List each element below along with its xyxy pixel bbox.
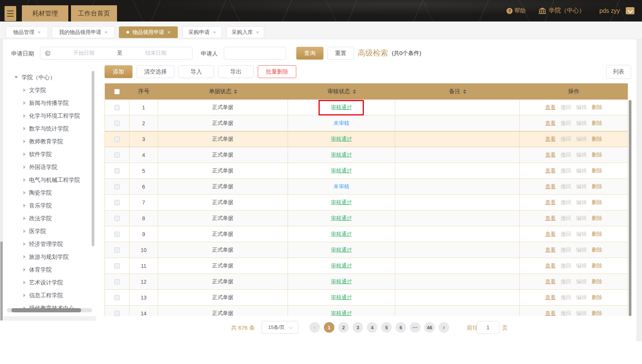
view-action-link[interactable]: 查看 bbox=[545, 120, 556, 127]
session-tab-2[interactable]: 我的物品领用申请× bbox=[52, 26, 115, 38]
audit-status-link[interactable]: 审核通过 bbox=[331, 215, 352, 222]
sort-icon[interactable] bbox=[234, 89, 237, 94]
tree-node[interactable]: 旅游与规划学院 bbox=[7, 250, 69, 263]
row-checkbox[interactable] bbox=[114, 152, 120, 158]
audit-status-link[interactable]: 审核通过 bbox=[331, 199, 352, 206]
audit-status-link[interactable]: 审核通过 bbox=[331, 247, 352, 253]
sort-icon[interactable] bbox=[353, 89, 356, 94]
row-checkbox[interactable] bbox=[114, 184, 120, 189]
delete-action-link[interactable]: 删除 bbox=[592, 294, 602, 301]
page-button-46[interactable]: 46 bbox=[424, 322, 435, 333]
column-header-remark[interactable]: 备注 bbox=[395, 83, 520, 100]
page-button-5[interactable]: 5 bbox=[381, 322, 392, 333]
delete-action-link[interactable]: 删除 bbox=[592, 183, 602, 190]
tree-node[interactable]: 数学与统计学院 bbox=[7, 122, 69, 135]
tree-node[interactable]: 经济管理学院 bbox=[7, 238, 63, 250]
delete-action-link[interactable]: 删除 bbox=[592, 310, 602, 316]
column-header-doc-status[interactable]: 单据状态 bbox=[158, 83, 288, 100]
audit-status-link[interactable]: 审核通过 bbox=[331, 278, 352, 285]
tree-node[interactable]: 医学院 bbox=[7, 225, 46, 238]
delete-action-link[interactable]: 删除 bbox=[592, 215, 602, 222]
tree-vertical-scrollbar[interactable] bbox=[92, 71, 94, 246]
sort-icon[interactable] bbox=[463, 89, 466, 94]
audit-status-link[interactable]: 未审核 bbox=[334, 183, 349, 190]
audit-status-link[interactable]: 审核通过 bbox=[331, 263, 352, 269]
audit-status-link[interactable]: 审核通过 bbox=[331, 104, 352, 111]
delete-action-link[interactable]: 删除 bbox=[592, 104, 602, 111]
prev-page-button[interactable]: ‹ bbox=[309, 322, 320, 333]
row-checkbox[interactable] bbox=[114, 137, 120, 142]
page-button-2[interactable]: 2 bbox=[338, 322, 349, 333]
session-tab-3[interactable]: 物品领用申请× bbox=[119, 26, 178, 38]
row-checkbox[interactable] bbox=[114, 232, 120, 237]
tree-node[interactable]: 电气与机械工程学院 bbox=[7, 174, 80, 186]
tree-node[interactable]: 化学与环境工程学院 bbox=[7, 109, 80, 122]
tree-node[interactable]: 文学院 bbox=[7, 84, 46, 97]
row-checkbox[interactable] bbox=[114, 311, 120, 316]
page-size-select[interactable]: 15条/页 bbox=[262, 321, 298, 334]
audit-status-link[interactable]: 审核通过 bbox=[331, 136, 352, 143]
tree-node[interactable]: 体育学院 bbox=[7, 263, 52, 276]
export-button[interactable]: 导出 bbox=[218, 65, 254, 78]
row-checkbox[interactable] bbox=[114, 247, 120, 253]
row-checkbox[interactable] bbox=[114, 279, 120, 284]
view-action-link[interactable]: 查看 bbox=[545, 231, 556, 238]
delete-action-link[interactable]: 删除 bbox=[592, 167, 602, 174]
view-action-link[interactable]: 查看 bbox=[545, 215, 556, 222]
page-button-1[interactable]: 1 bbox=[324, 322, 334, 333]
delete-action-link[interactable]: 删除 bbox=[592, 136, 602, 143]
close-icon[interactable]: × bbox=[38, 29, 41, 35]
view-action-link[interactable]: 查看 bbox=[545, 294, 556, 301]
view-action-link[interactable]: 查看 bbox=[545, 152, 556, 158]
session-tab-4[interactable]: 采购申请× bbox=[182, 26, 222, 38]
tree-node[interactable]: 教师教育学院 bbox=[7, 135, 63, 148]
view-action-link[interactable]: 查看 bbox=[545, 104, 556, 111]
column-header-audit-status[interactable]: 审核状态 bbox=[288, 83, 396, 100]
table-vertical-scrollbar[interactable] bbox=[629, 100, 631, 316]
tree-horizontal-scrollbar[interactable] bbox=[11, 308, 81, 312]
row-checkbox[interactable] bbox=[114, 121, 120, 126]
more-pages-button[interactable]: ••• bbox=[410, 322, 420, 333]
audit-status-link[interactable]: 未审核 bbox=[334, 120, 349, 127]
tree-node[interactable]: 音乐学院 bbox=[7, 199, 52, 212]
org-switcher[interactable]: 学院（中心） bbox=[539, 0, 585, 22]
goto-page-input[interactable] bbox=[477, 321, 499, 334]
session-tab-5[interactable]: 采购入库× bbox=[226, 26, 264, 38]
import-button[interactable]: 导入 bbox=[179, 65, 214, 78]
applicant-input[interactable] bbox=[224, 47, 286, 60]
view-action-link[interactable]: 查看 bbox=[545, 199, 556, 206]
tree-node[interactable]: 信息工程学院 bbox=[7, 289, 63, 302]
tree-node[interactable]: 新闻与传播学院 bbox=[7, 97, 69, 109]
row-checkbox[interactable] bbox=[114, 263, 120, 269]
clear-selection-button[interactable]: 清空选择 bbox=[137, 65, 174, 78]
help-button[interactable]: ? 帮助 bbox=[507, 0, 526, 22]
view-action-link[interactable]: 查看 bbox=[545, 136, 556, 143]
delete-action-link[interactable]: 删除 bbox=[592, 231, 602, 238]
row-checkbox[interactable] bbox=[114, 216, 120, 221]
add-button[interactable]: 添加 bbox=[105, 65, 132, 78]
row-checkbox[interactable] bbox=[114, 295, 120, 300]
row-checkbox[interactable] bbox=[114, 105, 120, 110]
session-tab-1[interactable]: 物品管理× bbox=[6, 26, 48, 38]
batch-delete-button[interactable]: 批量删除 bbox=[258, 65, 296, 78]
tree-root-node[interactable]: 学院（中心） bbox=[7, 71, 55, 84]
advanced-search-link[interactable]: 高级检索 bbox=[358, 48, 388, 58]
close-icon[interactable]: × bbox=[256, 29, 259, 35]
tree-node[interactable]: 艺术设计学院 bbox=[7, 276, 63, 289]
user-dropdown-chevron-icon[interactable] bbox=[626, 7, 634, 14]
select-all-checkbox[interactable] bbox=[114, 89, 120, 94]
tree-node[interactable]: 外国语学院 bbox=[7, 161, 57, 174]
delete-action-link[interactable]: 删除 bbox=[592, 120, 602, 127]
page-button-3[interactable]: 3 bbox=[353, 322, 363, 333]
view-action-link[interactable]: 查看 bbox=[545, 167, 556, 174]
page-button-6[interactable]: 6 bbox=[396, 322, 406, 333]
row-checkbox[interactable] bbox=[114, 200, 120, 205]
reset-button[interactable]: 重置 bbox=[327, 47, 354, 60]
delete-action-link[interactable]: 删除 bbox=[592, 199, 602, 206]
audit-status-link[interactable]: 审核通过 bbox=[331, 294, 352, 301]
date-range-input[interactable]: 开始日期 至 结束日期 bbox=[40, 47, 192, 60]
delete-action-link[interactable]: 删除 bbox=[592, 263, 602, 269]
hamburger-menu-icon[interactable] bbox=[5, 6, 16, 21]
close-icon[interactable]: × bbox=[105, 29, 108, 35]
audit-status-link[interactable]: 审核通过 bbox=[331, 152, 352, 158]
